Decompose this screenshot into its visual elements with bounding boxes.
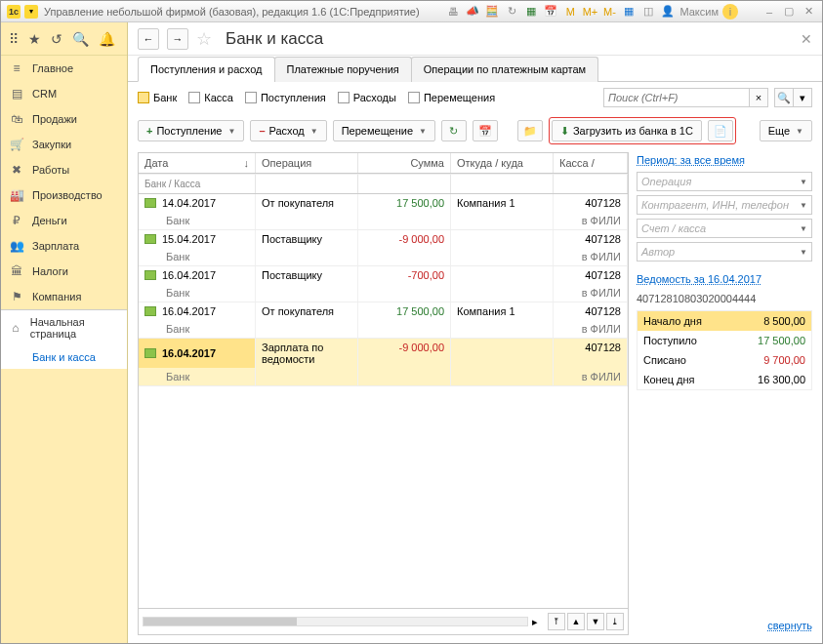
tab[interactable]: Платежные поручения [274, 57, 412, 82]
info-icon[interactable]: i [722, 4, 738, 20]
cell-operation: Поставщику [256, 266, 358, 284]
page-close-button[interactable]: ✕ [801, 31, 812, 47]
announce-icon[interactable]: 📣 [465, 4, 480, 20]
sidebar-item[interactable]: ✖Работы [1, 157, 127, 182]
search-go-button[interactable]: 🔍 [774, 88, 794, 107]
add-expense-button[interactable]: –Расход▼ [250, 120, 326, 141]
m2-icon[interactable]: M+ [582, 4, 597, 20]
sidebar-item[interactable]: ≡Главное [1, 56, 127, 81]
back-button[interactable]: ← [138, 28, 159, 50]
folder-button[interactable]: 📁 [517, 120, 543, 141]
titlebar: 1c ▾ Управление небольшой фирмой (базова… [1, 1, 822, 22]
col-bank[interactable]: Банк / Касса [139, 174, 256, 193]
document-icon [144, 348, 156, 358]
grid-top-button[interactable]: ⤒ [548, 613, 565, 630]
close-button[interactable]: ✕ [801, 4, 816, 20]
search-icon[interactable]: 🔍 [72, 31, 89, 47]
forward-button[interactable]: → [167, 28, 188, 50]
sidebar-item[interactable]: ⚑Компания [1, 284, 127, 309]
filter-checkbox[interactable]: Поступления [245, 92, 326, 103]
subnav-item[interactable]: Банк и касса [1, 345, 127, 369]
col-date[interactable]: Дата↓ [139, 153, 256, 173]
user-name[interactable]: Максим [679, 4, 719, 20]
col-kassa[interactable]: Касса / [554, 153, 628, 173]
sidebar-item[interactable]: ▤CRM [1, 81, 127, 106]
favorite-icon[interactable]: ☆ [196, 28, 212, 50]
calc-icon[interactable]: 🧮 [484, 4, 500, 20]
sidebar-item[interactable]: 🛒Закупки [1, 132, 127, 157]
search-clear-button[interactable]: × [749, 88, 768, 107]
sidebar-item[interactable]: 🏛Налоги [1, 259, 127, 284]
sidebar-item[interactable]: 🛍Продажи [1, 106, 127, 132]
table-row[interactable]: 16.04.2017От покупателя17 500,00Компания… [139, 302, 628, 339]
grid-icon[interactable]: ▦ [621, 4, 637, 20]
cell-kassa2: в ФИЛИ [554, 212, 628, 229]
m-icon[interactable]: M [562, 4, 578, 20]
grid-down-button[interactable]: ▼ [587, 613, 604, 630]
minimize-button[interactable]: – [761, 4, 777, 20]
more-button[interactable]: Еще▼ [760, 120, 812, 141]
add-income-button[interactable]: +Поступление▼ [138, 120, 244, 141]
operation-filter[interactable]: Операция▼ [637, 172, 812, 191]
tab[interactable]: Операции по платежным картам [411, 57, 598, 82]
table-row[interactable]: 16.04.2017Поставщику-700,00407128Банкв Ф… [139, 266, 628, 302]
grid-bottom-button[interactable]: ⤓ [606, 613, 624, 630]
horizontal-scrollbar[interactable] [143, 617, 528, 626]
nav-icon: 🛍 [9, 112, 24, 126]
filter-checkbox[interactable]: Банк [138, 92, 177, 103]
grid-up-button[interactable]: ▲ [567, 613, 585, 630]
m3-icon[interactable]: M- [601, 4, 617, 20]
table-row[interactable]: 15.04.2017Поставщику-9 000,00407128Банкв… [139, 230, 628, 266]
subnav-item[interactable]: ⌂Начальная страница [1, 310, 127, 345]
sidebar-item[interactable]: 👥Зарплата [1, 233, 127, 259]
search-input[interactable] [603, 88, 750, 107]
summary-value: 8 500,00 [763, 315, 805, 327]
add-transfer-button[interactable]: Перемещение▼ [333, 120, 435, 141]
print-icon[interactable]: 🖶 [445, 4, 461, 20]
nav-label: CRM [32, 88, 57, 100]
scroll-right-icon[interactable]: ▸ [532, 616, 538, 628]
star-icon[interactable]: ★ [28, 31, 41, 47]
col-where[interactable]: Откуда / куда [451, 153, 554, 173]
cell-kassa: 407128 [554, 266, 628, 284]
history-icon[interactable]: ↺ [51, 31, 62, 47]
cell-date: 16.04.2017 [162, 269, 216, 281]
load-from-bank-button[interactable]: ⬇Загрузить из банка в 1С [552, 120, 702, 141]
table-row[interactable]: 14.04.2017От покупателя17 500,00Компания… [139, 194, 628, 230]
vedomost-link[interactable]: Ведомость за 16.04.2017 [637, 271, 812, 287]
date-icon[interactable]: 📅 [543, 4, 558, 20]
checkbox-label: Поступления [261, 92, 326, 103]
nav-label: Деньги [32, 215, 67, 226]
table-row[interactable]: 16.04.2017Зарплата по ведомости-9 000,00… [139, 339, 628, 386]
document-icon [144, 234, 156, 244]
app-menu-dropdown[interactable]: ▾ [24, 5, 38, 19]
author-filter[interactable]: Автор▼ [637, 242, 812, 262]
sidebar-item[interactable]: 🏭Производство [1, 182, 127, 208]
period-link[interactable]: Период: за все время [637, 152, 812, 168]
summary-value: 16 300,00 [758, 374, 805, 385]
sidebar-item[interactable]: ₽Деньги [1, 208, 127, 233]
refresh-icon[interactable]: ↻ [504, 4, 519, 20]
bank-info-button[interactable]: 📄 [708, 120, 733, 141]
nav-label: Работы [32, 164, 69, 176]
calendar-icon[interactable]: ▦ [523, 4, 539, 20]
filter-checkbox[interactable]: Расходы [338, 92, 396, 103]
panel-icon[interactable]: ◫ [640, 4, 656, 20]
collapse-link[interactable]: свернуть [637, 616, 812, 635]
maximize-button[interactable]: ▢ [781, 4, 797, 20]
calendar-button[interactable]: 📅 [473, 120, 498, 141]
filter-checkbox[interactable]: Перемещения [408, 92, 495, 103]
filter-checkbox[interactable]: Касса [188, 92, 233, 103]
search-opts-button[interactable]: ▾ [793, 88, 812, 107]
account-filter[interactable]: Счет / касса▼ [637, 219, 812, 238]
page-title: Банк и касса [226, 29, 323, 49]
col-operation[interactable]: Операция [256, 153, 358, 173]
user-icon[interactable]: 👤 [660, 4, 676, 20]
tab[interactable]: Поступления и расход [138, 57, 275, 82]
refresh-list-button[interactable]: ↻ [441, 120, 467, 141]
nav-label: Продажи [32, 113, 77, 125]
contragent-filter[interactable]: Контрагент, ИНН, телефон▼ [637, 195, 812, 215]
apps-icon[interactable]: ⠿ [9, 31, 19, 47]
col-sum[interactable]: Сумма [358, 153, 451, 173]
bell-icon[interactable]: 🔔 [99, 31, 115, 47]
